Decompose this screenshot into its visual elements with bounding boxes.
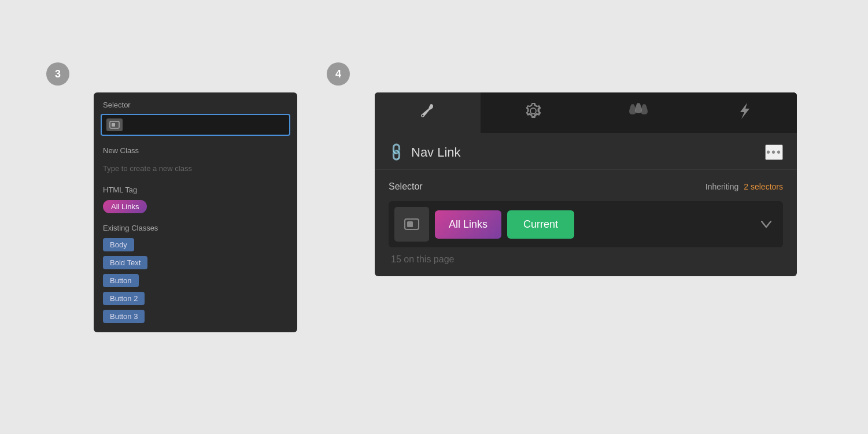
panel-header: 🔗 Nav Link ••• bbox=[375, 133, 797, 170]
svg-rect-1 bbox=[112, 123, 115, 127]
selector-section-label: Selector bbox=[389, 181, 423, 192]
selector-text-input[interactable] bbox=[123, 120, 285, 129]
selector-icon-button[interactable] bbox=[394, 207, 429, 242]
brush-icon bbox=[418, 102, 437, 124]
class-pill-bold-text[interactable]: Bold Text bbox=[103, 256, 147, 269]
selector-input-wrapper[interactable] bbox=[101, 114, 290, 136]
bolt-icon bbox=[737, 102, 752, 124]
tab-states[interactable] bbox=[586, 92, 692, 133]
left-panel: Selector New Class Type to create a new … bbox=[94, 92, 297, 332]
step-badge-4: 4 bbox=[327, 62, 350, 86]
svg-rect-3 bbox=[407, 221, 413, 227]
html-tag-section: HTML Tag All Links bbox=[94, 180, 297, 218]
class-pill-button[interactable]: Button bbox=[103, 274, 139, 287]
page-count: 15 on this page bbox=[389, 254, 783, 265]
all-links-pill-large[interactable]: All Links bbox=[435, 210, 501, 239]
selector-dropdown-button[interactable] bbox=[755, 213, 777, 236]
drops-icon bbox=[627, 102, 650, 124]
element-title: Nav Link bbox=[411, 145, 461, 160]
tab-settings[interactable] bbox=[481, 92, 586, 133]
tab-style[interactable] bbox=[375, 92, 481, 133]
panel-header-left: 🔗 Nav Link bbox=[389, 145, 461, 160]
right-panel: 🔗 Nav Link ••• Selector Inheriting 2 sel… bbox=[375, 92, 797, 276]
element-icon bbox=[106, 118, 123, 131]
existing-classes-heading: Existing Classes bbox=[103, 224, 288, 232]
html-tag-heading: HTML Tag bbox=[103, 186, 288, 194]
selector-header: Selector Inheriting 2 selectors bbox=[389, 181, 783, 192]
inheriting-text: Inheriting 2 selectors bbox=[706, 182, 783, 191]
class-pill-button2[interactable]: Button 2 bbox=[103, 292, 145, 305]
all-links-tag-pill[interactable]: All Links bbox=[103, 200, 147, 213]
new-class-placeholder: Type to create a new class bbox=[94, 159, 297, 180]
link-icon: 🔗 bbox=[386, 142, 407, 163]
step-badge-3: 3 bbox=[46, 62, 69, 86]
inheriting-count: 2 selectors bbox=[744, 182, 783, 191]
current-pill-large[interactable]: Current bbox=[507, 210, 574, 239]
selector-heading: Selector bbox=[94, 92, 297, 114]
tab-interactions[interactable] bbox=[692, 92, 797, 133]
class-pills-list: Body Bold Text Button Button 2 Button 3 bbox=[103, 238, 288, 323]
new-class-heading: New Class bbox=[94, 138, 297, 159]
more-options-button[interactable]: ••• bbox=[765, 144, 783, 160]
tabs-row bbox=[375, 92, 797, 133]
existing-classes-section: Existing Classes Body Bold Text Button B… bbox=[94, 218, 297, 323]
selector-pills-row: All Links Current bbox=[389, 201, 783, 247]
gear-icon bbox=[524, 102, 542, 124]
selector-section: Selector Inheriting 2 selectors All Link… bbox=[375, 170, 797, 276]
class-pill-body[interactable]: Body bbox=[103, 238, 134, 251]
class-pill-button3[interactable]: Button 3 bbox=[103, 310, 145, 323]
